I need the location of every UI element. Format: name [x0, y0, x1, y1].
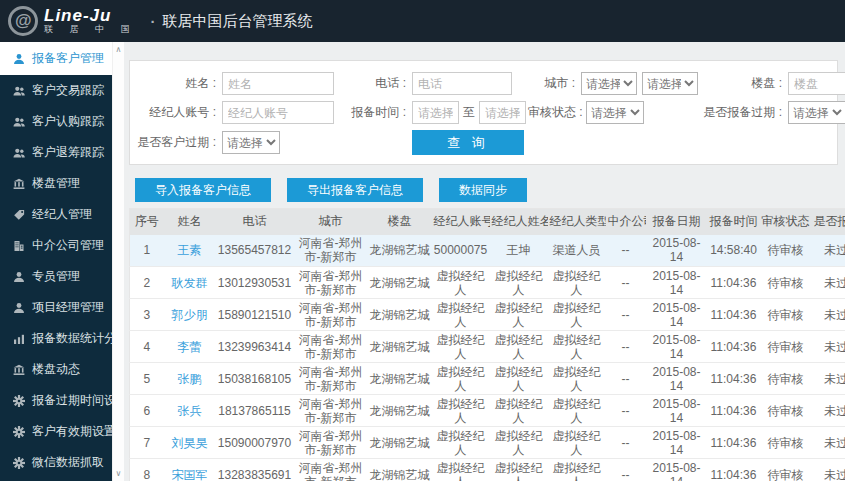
sidebar-item-agent-management[interactable]: 经纪人管理: [0, 199, 112, 230]
scroll-down-icon[interactable]: ∨: [116, 469, 122, 478]
cell-estate: 龙湖锦艺城: [368, 299, 432, 331]
cell-audit_status: 待审核: [760, 331, 812, 363]
sidebar-item-customer-refund-tracking[interactable]: 客户退筹跟踪: [0, 137, 112, 168]
cell-phone: 13012930531: [216, 267, 294, 299]
sidebar-item-specialist-management[interactable]: 专员管理: [0, 261, 112, 292]
logo-at-icon: @: [8, 6, 38, 36]
customer-name-link[interactable]: 耿发群: [172, 276, 208, 290]
cell-name: 宋国军: [164, 459, 216, 481]
cell-agent_type: 虚拟经纪人: [548, 331, 606, 363]
report-expired-select[interactable]: 请选择: [788, 101, 845, 124]
sidebar-scrollbar[interactable]: ∧ ∨: [112, 42, 124, 481]
sidebar-item-report-expire-settings[interactable]: 报备过期时间设置: [0, 385, 112, 416]
import-report-customers-button[interactable]: 导入报备客户信息: [135, 178, 271, 202]
table-row[interactable]: 4李蕾13239963414河南省-郑州市-新郑市龙湖锦艺城虚拟经纪人虚拟经纪人…: [130, 331, 845, 363]
cell-agent_account: 虚拟经纪人: [432, 459, 490, 481]
table-actions: 导入报备客户信息 导出报备客户信息 数据同步: [135, 178, 838, 202]
table-row[interactable]: 6张兵18137865115河南省-郑州市-新郑市龙湖锦艺城虚拟经纪人虚拟经纪人…: [130, 395, 845, 427]
cell-phone: 15890121510: [216, 299, 294, 331]
cell-agent_account: 虚拟经纪人: [432, 427, 490, 459]
cell-agent_name: 虚拟经纪人: [490, 395, 548, 427]
scroll-up-icon[interactable]: ∧: [116, 45, 122, 54]
report-time-to-label: 至: [463, 104, 475, 121]
app-window: @ Line-Ju 联 居 中 国 · 联居中国后台管理系统 报备客户管理客户交…: [0, 0, 845, 481]
customer-name-link[interactable]: 王素: [178, 243, 202, 257]
table-row[interactable]: 7刘昊昊15090007970河南省-郑州市-新郑市龙湖锦艺城虚拟经纪人虚拟经纪…: [130, 427, 845, 459]
column-header-report_expired: 是否报备过期: [812, 209, 845, 235]
cell-index: 2: [130, 267, 164, 299]
cell-report_expired: 未过期: [812, 395, 845, 427]
table-row[interactable]: 8宋国军13283835691河南省-郑州市-新郑市龙湖锦艺城虚拟经纪人虚拟经纪…: [130, 459, 845, 481]
sidebar-item-estate-news[interactable]: 楼盘动态: [0, 354, 112, 385]
customer-name-link[interactable]: 郭少朋: [172, 308, 208, 322]
cell-agency: --: [606, 299, 646, 331]
customer-name-link[interactable]: 刘昊昊: [172, 436, 208, 450]
data-sync-button[interactable]: 数据同步: [439, 178, 527, 202]
column-header-name: 姓名: [164, 209, 216, 235]
estate-filter-label: 楼盘 :: [698, 75, 788, 92]
sidebar-item-report-customer-management[interactable]: 报备客户管理: [0, 42, 112, 75]
cell-agent_account: 虚拟经纪人: [432, 395, 490, 427]
user-icon: [13, 271, 25, 283]
cell-report_time: 11:04:36: [708, 459, 760, 481]
audit-status-select[interactable]: 请选择: [586, 101, 644, 124]
report-table-body: 1王素13565457812河南省-郑州市-新郑市龙湖锦艺城50000075王坤…: [130, 235, 845, 481]
customer-name-link[interactable]: 宋国军: [172, 468, 208, 481]
customer-expired-select[interactable]: 请选择: [222, 131, 280, 154]
customer-name-link[interactable]: 李蕾: [178, 340, 202, 354]
cell-phone: 18137865115: [216, 395, 294, 427]
cell-index: 4: [130, 331, 164, 363]
search-button[interactable]: 查 询: [412, 130, 524, 155]
cell-agent_type: 虚拟经纪人: [548, 299, 606, 331]
cell-agency: --: [606, 267, 646, 299]
report-time-to-input[interactable]: [479, 101, 526, 124]
tag-icon: [13, 209, 25, 221]
table-row[interactable]: 3郭少朋15890121510河南省-郑州市-新郑市龙湖锦艺城虚拟经纪人虚拟经纪…: [130, 299, 845, 331]
gear-icon: [13, 426, 25, 438]
app-header: @ Line-Ju 联 居 中 国 · 联居中国后台管理系统: [0, 0, 845, 42]
name-input[interactable]: [222, 72, 334, 95]
cell-report_time: 11:04:36: [708, 395, 760, 427]
sidebar-item-agency-management[interactable]: 中介公司管理: [0, 230, 112, 261]
logo-wordmark: Line-Ju: [44, 8, 137, 24]
sidebar-item-project-manager-management[interactable]: 项目经理管理: [0, 292, 112, 323]
cell-report_time: 14:58:40: [708, 235, 760, 267]
customer-name-link[interactable]: 张兵: [178, 404, 202, 418]
phone-input[interactable]: [412, 72, 512, 95]
agent-account-input[interactable]: [222, 101, 334, 124]
cell-report_expired: 未过期: [812, 363, 845, 395]
sidebar-item-report-statistics[interactable]: 报备数据统计分析: [0, 323, 112, 354]
column-header-city: 城市: [294, 209, 368, 235]
cell-agent_type: 虚拟经纪人: [548, 427, 606, 459]
column-header-audit_status: 审核状态: [760, 209, 812, 235]
cell-phone: 13239963414: [216, 331, 294, 363]
cell-agent_name: 虚拟经纪人: [490, 299, 548, 331]
customer-name-link[interactable]: 张鹏: [178, 372, 202, 386]
gear-icon: [13, 457, 25, 469]
table-row[interactable]: 2耿发群13012930531河南省-郑州市-新郑市龙湖锦艺城虚拟经纪人虚拟经纪…: [130, 267, 845, 299]
province-select[interactable]: 请选择: [581, 72, 637, 95]
chart-icon: [13, 333, 25, 345]
table-row[interactable]: 1王素13565457812河南省-郑州市-新郑市龙湖锦艺城50000075王坤…: [130, 235, 845, 267]
table-row[interactable]: 5张鹏15038168105河南省-郑州市-新郑市龙湖锦艺城虚拟经纪人虚拟经纪人…: [130, 363, 845, 395]
export-report-customers-button[interactable]: 导出报备客户信息: [287, 178, 423, 202]
estate-input[interactable]: [788, 72, 845, 95]
cell-phone: 15090007970: [216, 427, 294, 459]
sidebar-item-customer-trade-tracking[interactable]: 客户交易跟踪: [0, 75, 112, 106]
cell-agent_name: 王坤: [490, 235, 548, 267]
sidebar-item-customer-validity-settings[interactable]: 客户有效期设置: [0, 416, 112, 447]
sidebar-item-customer-subscribe-tracking[interactable]: 客户认购跟踪: [0, 106, 112, 137]
cell-phone: 13565457812: [216, 235, 294, 267]
cell-index: 5: [130, 363, 164, 395]
cell-phone: 13283835691: [216, 459, 294, 481]
gear-icon: [13, 395, 25, 407]
cell-name: 张兵: [164, 395, 216, 427]
sidebar-item-wechat-data-capture[interactable]: 微信数据抓取: [0, 447, 112, 478]
cell-index: 7: [130, 427, 164, 459]
bank-icon: [13, 364, 25, 376]
city-select[interactable]: 请选择: [642, 72, 698, 95]
report-time-from-input[interactable]: [412, 101, 459, 124]
cell-name: 王素: [164, 235, 216, 267]
cell-audit_status: 待审核: [760, 395, 812, 427]
sidebar-item-estate-management[interactable]: 楼盘管理: [0, 168, 112, 199]
